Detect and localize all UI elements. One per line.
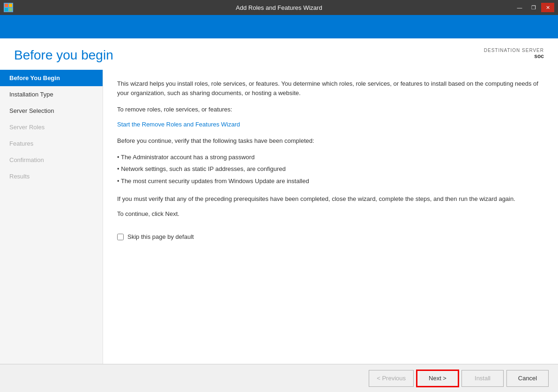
svg-rect-1 — [9, 4, 12, 7]
svg-rect-3 — [9, 8, 12, 11]
sidebar-item-results: Results — [0, 168, 103, 185]
skip-checkbox-area: Skip this page by default — [117, 228, 544, 246]
sidebar-item-server-roles: Server Roles — [0, 119, 103, 135]
destination-label: DESTINATION SERVER — [484, 48, 544, 53]
bullet-1: The Administrator account has a strong p… — [117, 151, 544, 163]
sidebar-item-before-you-begin[interactable]: Before You Begin — [0, 70, 103, 86]
header-strip — [0, 15, 558, 38]
sidebar-item-confirmation: Confirmation — [0, 152, 103, 168]
page-title: Before you begin — [14, 48, 113, 63]
previous-button[interactable]: < Previous — [369, 370, 414, 387]
skip-checkbox[interactable] — [117, 234, 124, 240]
main-content: Before you begin DESTINATION SERVER soc … — [0, 38, 558, 364]
skip-checkbox-label[interactable]: Skip this page by default — [127, 232, 194, 242]
destination-server: DESTINATION SERVER soc — [484, 48, 544, 59]
page-header: Before you begin DESTINATION SERVER soc — [0, 38, 558, 70]
sidebar: Before You Begin Installation Type Serve… — [0, 70, 103, 364]
sidebar-item-server-selection[interactable]: Server Selection — [0, 103, 103, 119]
intro-text: This wizard helps you install roles, rol… — [117, 79, 544, 97]
footer: < Previous Next > Install Cancel — [0, 364, 558, 392]
body-area: Before You Begin Installation Type Serve… — [0, 70, 558, 364]
minimize-button[interactable]: — — [513, 3, 526, 12]
continue-note: To continue, click Next. — [117, 209, 544, 219]
sidebar-item-installation-type[interactable]: Installation Type — [0, 86, 103, 103]
app-icon — [4, 3, 13, 12]
remove-roles-label: To remove roles, role services, or featu… — [117, 105, 544, 114]
content-panel: This wizard helps you install roles, rol… — [103, 70, 558, 364]
verify-section: Before you continue, verify that the fol… — [117, 136, 544, 187]
prerequisites-note: If you must verify that any of the prece… — [117, 194, 544, 204]
destination-name: soc — [484, 53, 544, 59]
cancel-button[interactable]: Cancel — [506, 370, 549, 387]
bullets-list: The Administrator account has a strong p… — [117, 151, 544, 187]
window-title: Add Roles and Features Wizard — [236, 4, 322, 11]
title-bar: Add Roles and Features Wizard — ❐ ✕ — [0, 0, 558, 15]
svg-rect-2 — [5, 8, 8, 11]
intro-section: This wizard helps you install roles, rol… — [117, 79, 544, 97]
prerequisites-section: If you must verify that any of the prece… — [117, 194, 544, 218]
remove-roles-section: To remove roles, role services, or featu… — [117, 105, 544, 129]
sidebar-item-features: Features — [0, 135, 103, 152]
next-button[interactable]: Next > — [417, 370, 459, 387]
verify-label: Before you continue, verify that the fol… — [117, 136, 544, 146]
restore-button[interactable]: ❐ — [527, 3, 540, 12]
window-controls: — ❐ ✕ — [513, 3, 554, 12]
bullet-2: Network settings, such as static IP addr… — [117, 163, 544, 175]
close-button[interactable]: ✕ — [541, 3, 554, 12]
svg-rect-0 — [5, 4, 8, 7]
bullet-3: The most current security updates from W… — [117, 175, 544, 187]
install-button[interactable]: Install — [461, 370, 504, 387]
remove-roles-link[interactable]: Start the Remove Roles and Features Wiza… — [117, 121, 240, 128]
